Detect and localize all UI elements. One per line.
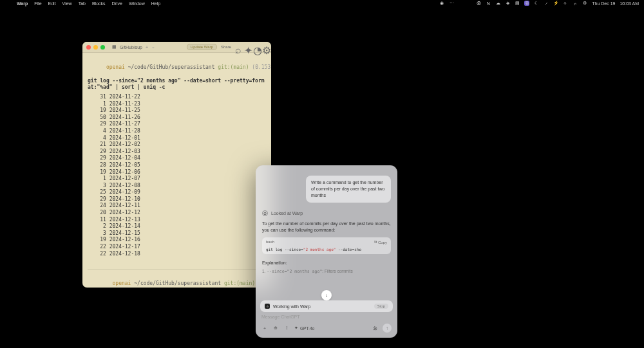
arrow-up-icon: ↑ (386, 325, 388, 331)
search-icon[interactable]: ⌕ (573, 1, 578, 6)
record-icon[interactable]: ◉ (439, 1, 444, 6)
output-row: 11 2024-12-13 (88, 217, 266, 224)
copy-icon: ⧉ (374, 240, 377, 244)
explanation-item: 1. --since="2 months ago": Filters commi… (262, 268, 391, 275)
menubar-date[interactable]: Thu Dec 19 (592, 1, 615, 6)
prompt-path: ~/code/GitHub/superassistant (128, 64, 215, 70)
apple-icon[interactable] (5, 1, 10, 6)
menubar-item-tab[interactable]: Tab (79, 1, 86, 6)
status-icon-3[interactable]: ▤ (515, 1, 520, 6)
cloud-icon[interactable]: ☁ (495, 1, 500, 6)
chat-messages[interactable]: Write a command to get the number of com… (256, 165, 397, 300)
new-tab-button[interactable]: + (146, 45, 148, 50)
user-message: Write a command to get the number of com… (306, 176, 391, 203)
status-icon-2[interactable]: ◈ (505, 1, 510, 6)
menubar-item-drive[interactable]: Drive (112, 1, 122, 6)
output-row: 19 2024-12-16 (88, 237, 266, 244)
chat-input-area: Message ChatGPT + ⊕ ⟟ ✦ GPT-4o 🎤︎ ↑ (256, 315, 397, 338)
prompt-git: git:(main) (218, 64, 249, 70)
output-row: 21 2024-12-02 (88, 142, 266, 149)
output-row: 31 2024-11-22 (88, 94, 266, 101)
assistant-intro: To get the number of commits per day ove… (262, 221, 391, 234)
output-row: 29 2024-12-10 (88, 196, 266, 203)
prompt-user-2: openai (113, 280, 131, 286)
executed-command: git log --since="2 months ago" --date=sh… (88, 78, 266, 91)
output-row: 3 2024-12-08 (88, 183, 266, 190)
stop-button[interactable]: Stop (374, 304, 388, 309)
sparkle-icon[interactable]: ✦ (244, 44, 249, 50)
macos-menubar: Warp File Edit View Tab Blocks Drive Win… (0, 0, 644, 6)
output-row: 29 2024-12-03 (88, 149, 266, 156)
app-badge-icon: ⟐ (265, 304, 270, 309)
code-block: bash ⧉ Copy git log --since="2 months ag… (262, 237, 391, 254)
menubar-item-window[interactable]: Window (129, 1, 145, 6)
notifications-icon[interactable]: ◔ (253, 44, 258, 50)
eye-icon: ⦿ (262, 210, 268, 216)
chat-input[interactable]: Message ChatGPT (261, 315, 392, 319)
output-row: 22 2024-12-17 (88, 244, 266, 251)
menubar-item-edit[interactable]: Edit (48, 1, 56, 6)
prompt-timing: (0.153s) (252, 64, 271, 70)
output-row: 19 2024-11-25 (88, 107, 266, 114)
dots-icon[interactable]: ⋯ (449, 1, 454, 6)
code-language-label: bash (266, 240, 274, 244)
globe-icon[interactable]: ⊕ (272, 325, 279, 331)
tab-menu-chevron-icon[interactable]: ⌄ (151, 44, 155, 50)
microphone-icon[interactable]: 🎤︎ (372, 325, 378, 331)
output-row: 25 2024-12-09 (88, 189, 266, 196)
model-selector[interactable]: ✦ GPT-4o (294, 325, 314, 331)
sparkle-icon: ✦ (294, 325, 298, 331)
arrow-down-icon: ↓ (325, 293, 328, 298)
maximize-button[interactable] (100, 45, 105, 50)
moon-icon[interactable]: ☾ (534, 1, 539, 6)
terminal-body[interactable]: openai ~/code/GitHub/superassistant git:… (82, 53, 271, 288)
attach-button[interactable]: + (261, 325, 268, 331)
menubar-app-name[interactable]: Warp (17, 1, 28, 6)
control-center-icon[interactable]: ⚙ (582, 1, 587, 6)
status-icon-1[interactable]: ⦿ (476, 1, 481, 6)
send-button[interactable]: ↑ (383, 324, 392, 333)
minimize-button[interactable] (93, 45, 98, 50)
wifi-icon[interactable]: ᯤ (563, 1, 568, 6)
screen-record-icon[interactable]: ⧉ (524, 1, 529, 6)
assistant-step-label: Looked at Warp (271, 211, 303, 215)
output-row: 1 2024-11-23 (88, 101, 266, 108)
tab-icon: ▦ (112, 44, 117, 50)
output-row: 22 2024-12-18 (88, 251, 266, 258)
output-row: 4 2024-12-01 (88, 135, 266, 142)
menubar-item-help[interactable]: Help (151, 1, 160, 6)
chatgpt-panel: Write a command to get the number of com… (256, 165, 397, 338)
output-row: 29 2024-11-27 (88, 121, 266, 128)
copy-button[interactable]: ⧉ Copy (374, 240, 387, 244)
output-row: 29 2024-12-04 (88, 155, 266, 162)
command-palette-icon[interactable]: ⌕ (235, 44, 240, 50)
explanation-title: Explanation: (262, 261, 391, 265)
output-row: 24 2024-12-11 (88, 203, 266, 210)
working-label: Working with Warp (273, 304, 310, 309)
warp-titlebar[interactable]: ▦ GitHub/sup + ⌄ Update Warp Share ⌕ ✦ ◔… (82, 42, 271, 53)
output-row: 50 2024-11-26 (88, 114, 266, 122)
battery-icon[interactable]: ⚡ (553, 1, 558, 6)
menubar-item-blocks[interactable]: Blocks (92, 1, 106, 6)
menubar-item-view[interactable]: View (62, 1, 72, 6)
settings-icon[interactable]: ⚙ (262, 44, 267, 50)
close-button[interactable] (86, 45, 91, 50)
menubar-item-file[interactable]: File (34, 1, 41, 6)
prompt-git-2: git:(main) (224, 280, 255, 286)
menubar-time[interactable]: 10:03 AM (620, 1, 639, 6)
working-status-bar: ⟐ Working with Warp Stop (260, 300, 393, 312)
output-row: 3 2024-12-15 (88, 230, 266, 237)
output-row: 2 2024-12-14 (88, 223, 266, 230)
output-row: 20 2024-12-12 (88, 210, 266, 217)
code-content: git log --since="2 months ago" --date=sh… (266, 247, 387, 252)
share-button[interactable]: Share (221, 45, 231, 49)
command-output: 31 2024-11-22 1 2024-11-23 19 2024-11-25… (88, 94, 266, 257)
output-row: 19 2024-12-06 (88, 169, 266, 176)
tools-icon[interactable]: ⟟ (283, 325, 290, 331)
traffic-lights (86, 45, 105, 50)
tab-title[interactable]: GitHub/sup (120, 45, 142, 50)
scroll-down-button[interactable]: ↓ (321, 290, 332, 300)
status-icon-4[interactable]: ⟋ (544, 1, 549, 6)
update-warp-button[interactable]: Update Warp (187, 44, 217, 50)
notion-icon[interactable]: N (486, 1, 491, 6)
